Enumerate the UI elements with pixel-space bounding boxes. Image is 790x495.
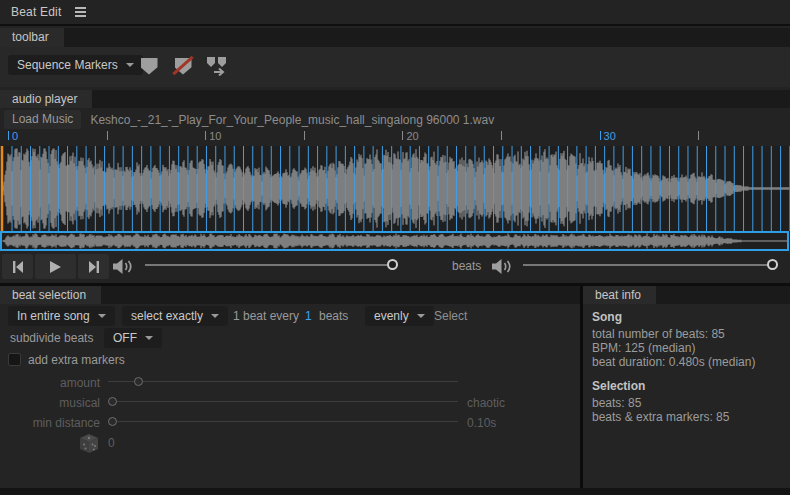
song-header: Song <box>592 310 786 324</box>
min-distance-slider[interactable] <box>108 416 458 427</box>
beat-info-content: Song total number of beats: 85 BPM: 125 … <box>592 310 786 424</box>
marker-type-dropdown-value: Sequence Markers <box>17 58 118 72</box>
transfer-markers-icon[interactable] <box>206 56 228 76</box>
ruler-tick <box>501 131 502 140</box>
audio-player-panel: Load Music Keshco_-_21_-_Play_For_Your_P… <box>0 108 790 283</box>
load-music-button[interactable]: Load Music <box>4 110 81 129</box>
slider-track <box>145 264 398 266</box>
loaded-filename: Keshco_-_21_-_Play_For_Your_People_music… <box>90 113 494 127</box>
min-distance-value: 0.10s <box>467 416 496 430</box>
musical-row: musical chaotic <box>0 392 580 412</box>
ruler-label: 30 <box>604 130 616 142</box>
panel-menu-icon[interactable] <box>75 7 86 17</box>
distribution-dropdown-value: evenly <box>374 309 409 323</box>
mode-dropdown[interactable]: select exactly <box>122 306 228 326</box>
amount-label: amount <box>0 376 100 390</box>
slider-knob[interactable] <box>108 417 117 426</box>
music-volume-icon[interactable] <box>113 259 135 274</box>
ruler-label: 0 <box>12 130 18 142</box>
min-distance-row: min distance 0.10s <box>0 412 580 432</box>
chevron-down-icon <box>126 63 134 67</box>
window-title: Beat Edit <box>11 5 62 19</box>
ruler-tick <box>107 131 108 140</box>
music-volume-slider[interactable] <box>145 259 398 270</box>
seed-value: 0 <box>108 436 115 450</box>
distribution-dropdown[interactable]: evenly <box>365 306 434 326</box>
chevron-down-icon <box>211 314 219 318</box>
toolbar-panel: Sequence Markers <box>0 47 790 87</box>
beat-info-panel: beat info Song total number of beats: 85… <box>583 286 790 488</box>
chaotic-label: chaotic <box>467 396 505 410</box>
toolbar-icons <box>138 56 228 76</box>
waveform-overview[interactable] <box>0 231 790 251</box>
add-extra-markers-label: add extra markers <box>28 353 125 367</box>
transport-bar: beats <box>0 251 790 283</box>
ruler-tick <box>205 131 206 140</box>
chevron-down-icon <box>145 336 153 340</box>
chevron-down-icon <box>98 314 106 318</box>
mode-dropdown-value: select exactly <box>131 309 203 323</box>
dice-icon[interactable] <box>79 433 99 454</box>
ruler-tick <box>304 131 305 140</box>
amount-slider[interactable] <box>108 376 458 387</box>
subdivide-label: subdivide beats <box>10 331 93 345</box>
slider-knob[interactable] <box>767 259 778 270</box>
pattern-prefix-label: 1 beat every <box>233 309 299 323</box>
toolbar-tabstrip: toolbar <box>0 28 790 47</box>
beats-volume-label: beats <box>452 259 481 273</box>
marker-type-dropdown[interactable]: Sequence Markers <box>8 55 143 75</box>
scope-dropdown-value: In entire song <box>17 309 90 323</box>
tab-audio-player[interactable]: audio player <box>0 90 92 108</box>
musical-label: musical <box>0 396 100 410</box>
selection-header: Selection <box>592 379 786 393</box>
ruler-label: 20 <box>406 130 418 142</box>
slider-knob[interactable] <box>108 397 117 406</box>
scope-dropdown[interactable]: In entire song <box>8 306 115 326</box>
musical-slider[interactable] <box>108 396 458 407</box>
beatedit-panel: Beat Edit toolbar Sequence Markers <box>0 0 790 495</box>
slider-track <box>108 401 458 402</box>
beats-volume-slider[interactable] <box>523 259 778 270</box>
song-total-beats: total number of beats: 85 <box>592 327 786 341</box>
titlebar: Beat Edit <box>0 0 790 26</box>
bottom-strip <box>0 488 790 495</box>
add-extra-markers-checkbox[interactable] <box>8 353 21 366</box>
ruler-tick <box>402 131 403 140</box>
skip-start-button[interactable] <box>2 254 33 279</box>
tab-toolbar[interactable]: toolbar <box>0 28 64 47</box>
waveform-display[interactable] <box>0 146 790 231</box>
tab-beat-info[interactable]: beat info <box>583 286 656 304</box>
chevron-down-icon <box>417 314 425 318</box>
beat-selection-panel: beat selection In entire song select exa… <box>0 286 580 488</box>
subdivide-dropdown[interactable]: OFF <box>104 328 162 348</box>
subdivide-row: subdivide beats OFF <box>0 328 580 348</box>
beats-volume-icon[interactable] <box>492 259 514 274</box>
bottom-section: beat selection In entire song select exa… <box>0 286 790 488</box>
slider-track <box>108 421 458 422</box>
timeline-ruler[interactable]: 0102030 <box>0 128 790 146</box>
slider-knob[interactable] <box>134 377 143 386</box>
ruler-tick <box>600 131 601 140</box>
select-button[interactable]: Select <box>434 309 467 323</box>
slider-knob[interactable] <box>387 259 398 270</box>
add-marker-icon[interactable] <box>138 56 160 76</box>
amount-row: amount <box>0 372 580 392</box>
song-beat-duration: beat duration: 0.480s (median) <box>592 355 786 369</box>
song-bpm: BPM: 125 (median) <box>592 341 786 355</box>
audio-player-tabstrip: audio player <box>0 90 790 108</box>
delete-markers-icon[interactable] <box>172 56 194 76</box>
selection-controls-row: In entire song select exactly 1 beat eve… <box>0 306 580 326</box>
ruler-tick <box>698 131 699 140</box>
selection-beats-extra: beats & extra markers: 85 <box>592 410 786 424</box>
play-button[interactable] <box>35 254 76 279</box>
slider-track <box>523 264 778 266</box>
skip-end-button[interactable] <box>78 254 109 279</box>
min-distance-label: min distance <box>0 416 100 430</box>
pattern-value-input[interactable] <box>305 309 319 323</box>
tab-beat-selection[interactable]: beat selection <box>0 286 101 304</box>
extra-markers-row: add extra markers <box>0 352 580 368</box>
ruler-label: 10 <box>209 130 221 142</box>
pattern-suffix-label: beats <box>319 309 348 323</box>
subdivide-dropdown-value: OFF <box>113 331 137 345</box>
seed-row: 0 <box>0 432 580 456</box>
